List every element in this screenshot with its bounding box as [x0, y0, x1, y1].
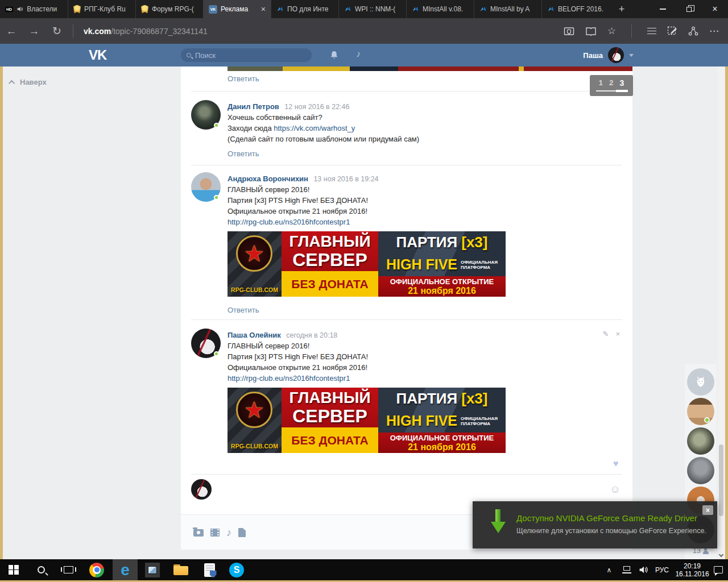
chevron-up-icon — [9, 80, 15, 86]
attach-audio-icon[interactable]: ♪ — [226, 529, 231, 537]
network-tray-icon[interactable] — [619, 559, 635, 580]
minimize-icon — [660, 9, 666, 10]
edge-icon: e — [121, 562, 130, 578]
reading-view-icon[interactable] — [585, 27, 597, 36]
page-1-link[interactable]: 1 — [599, 78, 603, 88]
new-tab-button[interactable]: + — [609, 0, 634, 18]
tab-title: ПО для Инте — [287, 5, 333, 13]
tab-minstall-v08[interactable]: MInstAll v.08. — [406, 0, 474, 18]
attach-video-icon[interactable] — [210, 529, 220, 537]
action-center-button[interactable] — [711, 559, 726, 580]
language-indicator[interactable]: РУС — [652, 559, 672, 580]
rpg-server-banner-image[interactable]: ★ RPG-CLUB.COM ГЛАВНЫЙ СЕРВЕР БЕЗ ДОНАТА… — [228, 231, 506, 297]
tab-close-icon[interactable]: × — [261, 5, 266, 14]
notification-close-button[interactable]: × — [702, 505, 713, 515]
comment-header: Данил Петров 12 ноя 2016 в 22:46 — [228, 101, 622, 112]
hub-icon[interactable] — [647, 28, 656, 35]
tab-minstall-by-a[interactable]: MInstAll by A — [474, 0, 541, 18]
search-placeholder: Поиск — [195, 51, 216, 60]
delete-comment-icon[interactable]: × — [615, 330, 620, 338]
action-center-icon — [714, 566, 723, 573]
nvidia-notification[interactable]: Доступно NVIDIA GeForce Game Ready Drive… — [473, 501, 717, 548]
tab-beloff[interactable]: BELOFF 2016. — [541, 0, 609, 18]
file-explorer-button[interactable] — [168, 559, 193, 580]
taskbar-search-button[interactable] — [28, 559, 53, 580]
tab-forum-rpg[interactable]: Форум RPG-( — [135, 0, 203, 18]
document-app-button[interactable] — [197, 559, 222, 580]
cropped-banner-image[interactable] — [228, 66, 632, 71]
attach-document-icon[interactable] — [238, 528, 246, 537]
search-input[interactable]: Поиск — [181, 48, 312, 62]
tab-rpg-club[interactable]: РПГ-Клуб Ru — [68, 0, 135, 18]
music-icon[interactable]: ♪ — [356, 49, 361, 59]
tab-vlasteli[interactable]: HD Властели — [0, 0, 68, 18]
back-to-top-link[interactable]: Наверх — [10, 78, 47, 86]
friend-avatar-placeholder[interactable] — [687, 368, 714, 396]
favorites-star-icon[interactable]: ☆ — [607, 25, 616, 37]
reply-link[interactable]: Ответить — [228, 306, 259, 314]
skype-taskbar-button[interactable]: S — [224, 559, 249, 580]
taskbar-clock[interactable]: 20:19 16.11.2016 — [675, 559, 710, 580]
friend-avatar[interactable] — [687, 427, 714, 455]
refresh-button[interactable]: ↻ — [46, 24, 68, 38]
rpg-club-link[interactable]: http://rpg-club.eu/ns2016hfcontestpr1 — [228, 374, 350, 383]
desktop-edge-strip — [725, 66, 728, 559]
task-view-button[interactable] — [56, 559, 81, 580]
comment-input[interactable] — [218, 479, 605, 502]
tab-po-dlya-inte[interactable]: ПО для Инте — [271, 0, 338, 18]
warhost-link[interactable]: https://vk.com/warhost_y — [274, 124, 355, 132]
vk-logo[interactable]: VK — [89, 47, 106, 63]
author-link[interactable]: Паша Олейник — [228, 331, 281, 339]
star-emblem-icon: ★ — [236, 392, 272, 428]
reply-link[interactable]: Ответить — [228, 74, 259, 83]
rpg-server-banner-image[interactable]: ★ RPG-CLUB.COM ГЛАВНЫЙ СЕРВЕР БЕЗ ДОНАТА… — [228, 388, 506, 453]
tab-reklama-active[interactable]: VK Реклама × — [203, 0, 271, 18]
page-2-link[interactable]: 2 — [609, 78, 614, 88]
banner-left-section: ★ RPG-CLUB.COM — [228, 388, 282, 453]
scroll-down-arrow[interactable] — [719, 552, 723, 557]
reply-link[interactable]: Ответить — [228, 149, 259, 158]
forward-button[interactable]: → — [23, 25, 46, 38]
author-link[interactable]: Андрюха Ворончихин — [228, 174, 308, 183]
person-icon — [703, 548, 709, 554]
tab-preview-icon[interactable] — [564, 26, 574, 36]
url-field[interactable]: vk.com/topic-79086877_32341141 — [84, 27, 208, 36]
comment-text: (Сделай сайт по готовым шаблоном или при… — [228, 134, 622, 144]
more-actions-icon[interactable]: ⋯ — [709, 25, 719, 37]
comment-pasha: ✎ × Паша Олейник сегодня в 20:18 ГЛАВНЫЙ… — [191, 329, 622, 461]
page-scrollbar[interactable] — [718, 44, 725, 559]
edit-comment-icon[interactable]: ✎ — [603, 330, 609, 338]
user-menu[interactable]: Паша — [583, 47, 634, 63]
window-minimize-button[interactable] — [650, 0, 676, 18]
scrollbar-thumb[interactable] — [719, 444, 723, 516]
notifications-bell-icon[interactable] — [329, 50, 339, 60]
tab-wpi-nnm[interactable]: WPI :: NNM-( — [338, 0, 406, 18]
edge-taskbar-button[interactable]: e — [113, 559, 138, 580]
web-note-icon[interactable] — [667, 26, 677, 36]
emoji-picker-icon[interactable]: ☺ — [610, 483, 621, 496]
like-heart-icon[interactable]: ♥ — [613, 459, 619, 469]
back-button[interactable]: ← — [0, 25, 23, 38]
address-separator — [73, 24, 73, 38]
online-indicator — [214, 351, 219, 356]
friend-avatar[interactable] — [687, 457, 714, 484]
banner-title2: СЕРВЕР — [292, 406, 367, 426]
comment-text: Хочешь собственный сайт? — [228, 112, 622, 123]
back-to-top-label: Наверх — [20, 78, 47, 86]
friend-avatar[interactable] — [687, 398, 714, 425]
network-icon — [622, 566, 631, 573]
author-link[interactable]: Данил Петров — [228, 102, 279, 111]
tab-audio-icon — [16, 6, 23, 13]
window-close-button[interactable]: × — [702, 0, 728, 18]
window-restore-button[interactable] — [676, 0, 702, 18]
tray-show-hidden-icons[interactable]: ∧ — [602, 559, 617, 580]
chrome-taskbar-button[interactable] — [84, 559, 109, 580]
page-3-current[interactable]: 3 — [620, 78, 624, 88]
volume-tray-icon[interactable] — [636, 559, 651, 580]
rpg-club-link[interactable]: http://rpg-club.eu/ns2016hfcontestpr1 — [228, 218, 350, 226]
comment-body: Данил Петров 12 ноя 2016 в 22:46 Хочешь … — [228, 100, 622, 159]
share-icon[interactable] — [688, 26, 698, 36]
attach-photo-icon[interactable] — [193, 529, 204, 537]
photo-app-taskbar-button[interactable] — [140, 559, 165, 580]
start-button[interactable] — [1, 559, 26, 580]
